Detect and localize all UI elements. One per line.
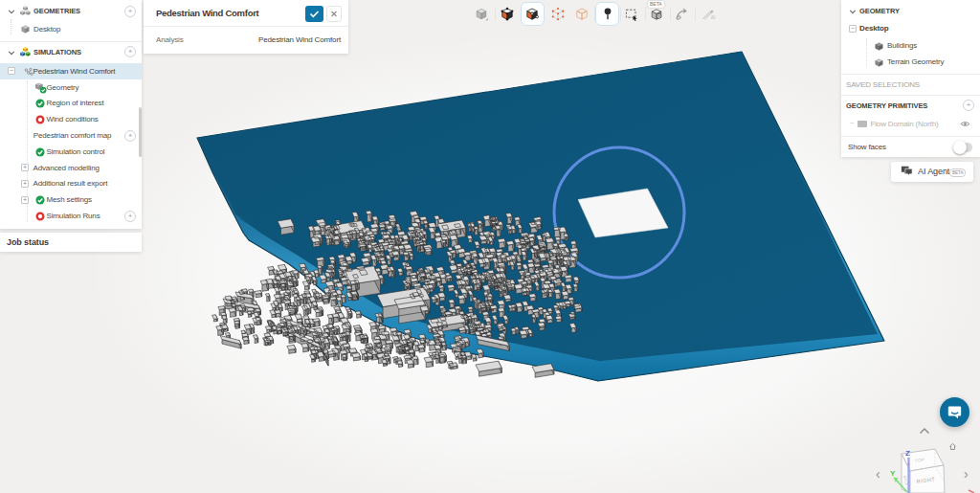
svg-text:Z: Z xyxy=(905,449,910,458)
svg-text:Y: Y xyxy=(890,469,896,478)
svg-text:AI: AI xyxy=(711,15,716,20)
